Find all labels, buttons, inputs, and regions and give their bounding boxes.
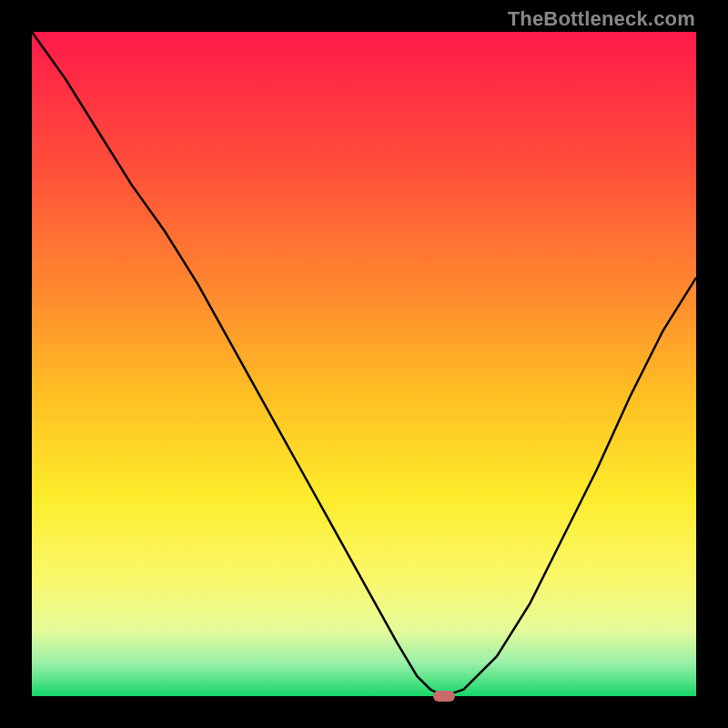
optimal-point-marker bbox=[433, 691, 455, 702]
bottleneck-curve bbox=[32, 32, 696, 696]
plot-area bbox=[32, 32, 696, 696]
chart-container: TheBottleneck.com bbox=[0, 0, 728, 728]
watermark-text: TheBottleneck.com bbox=[508, 7, 695, 31]
